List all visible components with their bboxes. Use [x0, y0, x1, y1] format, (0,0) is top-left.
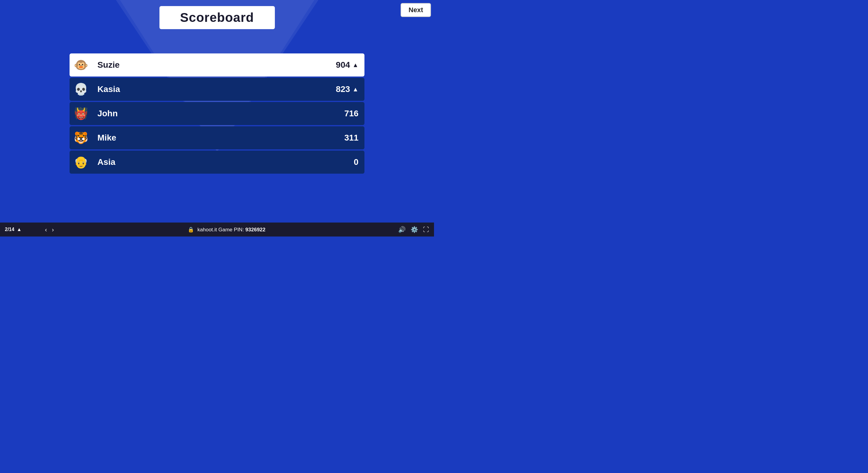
settings-button[interactable]: ⚙️ [411, 226, 418, 233]
progress-info: 2/14 ▲ [5, 227, 41, 232]
avatar-john: 👹 [69, 102, 93, 125]
score-value-john: 716 [344, 109, 365, 118]
score-row-asia: 👴Asia0 [69, 151, 365, 174]
right-icons: 🔊 ⚙️ ⛶ [398, 226, 429, 233]
score-number-john: 716 [344, 109, 359, 118]
game-pin: 9326922 [245, 227, 266, 232]
score-value-asia: 0 [354, 157, 365, 167]
player-name-kasia: Kasia [93, 85, 336, 94]
score-row-kasia: 💀Kasia823▲ [69, 78, 365, 101]
volume-button[interactable]: 🔊 [398, 226, 406, 233]
lock-icon: 🔒 [188, 227, 194, 232]
score-value-mike: 311 [344, 133, 365, 143]
score-row-suzie: 🐵Suzie904▲ [69, 54, 365, 76]
player-name-mike: Mike [93, 133, 344, 143]
nav-arrows: ‹ › [44, 226, 55, 233]
player-name-suzie: Suzie [93, 60, 336, 70]
title-container: Scoreboard [159, 6, 275, 29]
score-value-kasia: 823▲ [336, 85, 365, 94]
scoreboard: 🐵Suzie904▲💀Kasia823▲👹John716🐯Mike311👴Asi… [69, 54, 365, 174]
player-name-asia: Asia [93, 157, 354, 167]
site-label: kahoot.it [197, 227, 217, 232]
progress-text: 2/14 [5, 227, 14, 232]
avatar-kasia: 💀 [69, 78, 93, 101]
avatar-mike: 🐯 [69, 126, 93, 149]
score-number-mike: 311 [344, 133, 359, 143]
progress-arrow-icon: ▲ [17, 227, 22, 232]
trend-up-icon: ▲ [352, 62, 359, 69]
bottom-bar: 2/14 ▲ ‹ › 🔒 kahoot.it Game PIN: 9326922… [0, 223, 434, 236]
prev-arrow-button[interactable]: ‹ [44, 226, 48, 233]
avatar-suzie: 🐵 [69, 54, 93, 76]
player-name-john: John [93, 109, 344, 118]
score-number-asia: 0 [354, 157, 359, 167]
page-title: Scoreboard [180, 10, 254, 25]
next-button[interactable]: Next [401, 3, 431, 17]
score-row-mike: 🐯Mike311 [69, 126, 365, 149]
main-page: Next Scoreboard 🐵Suzie904▲💀Kasia823▲👹Joh… [0, 0, 434, 236]
trend-up-icon: ▲ [352, 86, 359, 93]
center-info: 🔒 kahoot.it Game PIN: 9326922 [55, 226, 398, 233]
score-number-kasia: 823 [336, 85, 350, 94]
next-arrow-button[interactable]: › [51, 226, 55, 233]
game-pin-label: Game PIN: [218, 227, 245, 232]
score-number-suzie: 904 [336, 60, 350, 70]
score-value-suzie: 904▲ [336, 60, 365, 70]
fullscreen-button[interactable]: ⛶ [423, 226, 429, 233]
score-row-john: 👹John716 [69, 102, 365, 125]
avatar-asia: 👴 [69, 151, 93, 174]
